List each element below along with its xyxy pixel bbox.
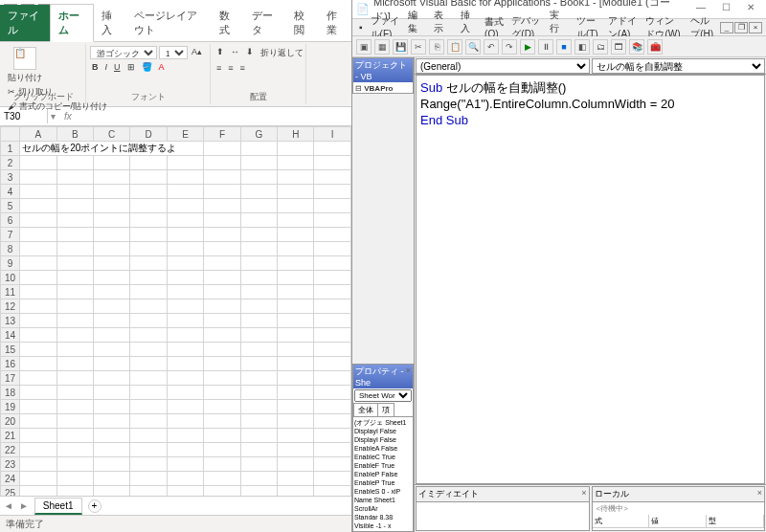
property-row[interactable]: EnableP True bbox=[354, 478, 412, 487]
cell[interactable] bbox=[204, 443, 240, 457]
cell[interactable] bbox=[240, 314, 277, 328]
cell[interactable] bbox=[314, 156, 351, 170]
cell[interactable] bbox=[56, 457, 93, 472]
vbe-sys-icon[interactable]: ▪ bbox=[356, 22, 366, 33]
cell[interactable] bbox=[278, 328, 314, 343]
locals-col-type[interactable]: 型 bbox=[707, 515, 764, 527]
cell[interactable] bbox=[20, 486, 56, 497]
project-tree[interactable]: ⊟ VBAPro ⊟ Micro ▫ 標 ⊟ Mo bbox=[355, 84, 411, 94]
cell[interactable] bbox=[240, 213, 277, 228]
cell[interactable] bbox=[278, 371, 314, 386]
cell[interactable] bbox=[94, 256, 130, 271]
cell[interactable] bbox=[130, 299, 167, 314]
cell[interactable] bbox=[56, 414, 93, 429]
row-header[interactable]: 9 bbox=[1, 256, 20, 271]
cell[interactable] bbox=[314, 357, 351, 371]
cell[interactable] bbox=[94, 185, 130, 199]
tab-formulas[interactable]: 数式 bbox=[212, 5, 244, 41]
cell[interactable] bbox=[20, 256, 56, 271]
cell[interactable] bbox=[278, 357, 314, 371]
cell[interactable] bbox=[20, 472, 56, 486]
cell[interactable] bbox=[130, 242, 167, 256]
cell[interactable] bbox=[130, 357, 167, 371]
cell[interactable] bbox=[167, 213, 203, 228]
cell[interactable] bbox=[278, 199, 314, 213]
cell[interactable] bbox=[130, 429, 167, 443]
cell[interactable] bbox=[240, 386, 277, 400]
cell[interactable] bbox=[204, 199, 240, 213]
cell[interactable] bbox=[130, 285, 167, 299]
cell[interactable] bbox=[278, 271, 314, 285]
cell[interactable] bbox=[278, 472, 314, 486]
row-header[interactable]: 22 bbox=[1, 443, 20, 457]
cell[interactable] bbox=[56, 213, 93, 228]
cell[interactable] bbox=[314, 256, 351, 271]
cell[interactable] bbox=[278, 443, 314, 457]
row-header[interactable]: 3 bbox=[1, 170, 20, 185]
cell[interactable] bbox=[278, 400, 314, 414]
cell[interactable] bbox=[240, 199, 277, 213]
tool-browser-icon[interactable]: 📚 bbox=[629, 39, 644, 55]
cell[interactable] bbox=[130, 199, 167, 213]
properties-tab-cat[interactable]: 項 bbox=[377, 403, 394, 416]
cell[interactable] bbox=[56, 199, 93, 213]
procedure-dropdown[interactable]: セルの幅を自動調整 bbox=[592, 58, 766, 74]
cell[interactable] bbox=[130, 213, 167, 228]
cell[interactable] bbox=[56, 271, 93, 285]
cell[interactable] bbox=[278, 457, 314, 472]
col-header[interactable]: G bbox=[240, 127, 277, 142]
cell[interactable] bbox=[314, 486, 351, 497]
properties-object-select[interactable]: Sheet Work bbox=[354, 389, 412, 402]
cell[interactable] bbox=[130, 271, 167, 285]
locals-window[interactable]: ローカル× <待機中> 式 値 型 bbox=[592, 486, 766, 531]
cell[interactable] bbox=[314, 170, 351, 185]
cell[interactable] bbox=[278, 185, 314, 199]
tool-view-excel-icon[interactable]: ▣ bbox=[356, 39, 372, 55]
cell[interactable] bbox=[278, 285, 314, 299]
cell[interactable] bbox=[278, 142, 314, 156]
col-header[interactable]: F bbox=[204, 127, 240, 142]
cell[interactable] bbox=[240, 242, 277, 256]
cell[interactable] bbox=[20, 285, 56, 299]
tool-paste-icon[interactable]: 📋 bbox=[447, 39, 462, 55]
object-dropdown[interactable]: (General) bbox=[416, 58, 590, 74]
cell[interactable] bbox=[56, 400, 93, 414]
cell[interactable] bbox=[20, 386, 56, 400]
cell[interactable] bbox=[56, 472, 93, 486]
cell[interactable] bbox=[94, 271, 130, 285]
tool-run-icon[interactable]: ▶ bbox=[520, 39, 535, 55]
cell[interactable] bbox=[56, 371, 93, 386]
cell[interactable] bbox=[314, 213, 351, 228]
col-header[interactable]: D bbox=[130, 127, 167, 142]
cell[interactable] bbox=[20, 213, 56, 228]
cell[interactable] bbox=[56, 170, 93, 185]
cell[interactable] bbox=[20, 228, 56, 242]
cell[interactable] bbox=[167, 328, 203, 343]
row-header[interactable]: 24 bbox=[1, 472, 20, 486]
cell[interactable] bbox=[56, 314, 93, 328]
cell[interactable] bbox=[56, 242, 93, 256]
cell[interactable] bbox=[314, 228, 351, 242]
cell[interactable] bbox=[20, 343, 56, 357]
tab-view[interactable]: 作業 bbox=[319, 5, 351, 41]
cell[interactable] bbox=[20, 371, 56, 386]
cell[interactable] bbox=[167, 170, 203, 185]
cell[interactable] bbox=[94, 285, 130, 299]
row-header[interactable]: 17 bbox=[1, 371, 20, 386]
cell[interactable] bbox=[130, 400, 167, 414]
cell[interactable] bbox=[278, 156, 314, 170]
cell[interactable] bbox=[240, 328, 277, 343]
cell[interactable] bbox=[240, 400, 277, 414]
cell[interactable] bbox=[94, 457, 130, 472]
cell[interactable] bbox=[204, 400, 240, 414]
cell[interactable] bbox=[240, 443, 277, 457]
properties-window[interactable]: プロパティ - She× Sheet Work 全体 項 (オブジェ Sheet… bbox=[352, 364, 414, 532]
align-right-icon[interactable]: ≡ bbox=[238, 62, 247, 74]
row-header[interactable]: 20 bbox=[1, 414, 20, 429]
cell[interactable] bbox=[278, 343, 314, 357]
cell[interactable] bbox=[167, 299, 203, 314]
cell[interactable] bbox=[94, 156, 130, 170]
cell[interactable] bbox=[204, 386, 240, 400]
cell[interactable] bbox=[56, 185, 93, 199]
immediate-input[interactable] bbox=[417, 502, 589, 530]
